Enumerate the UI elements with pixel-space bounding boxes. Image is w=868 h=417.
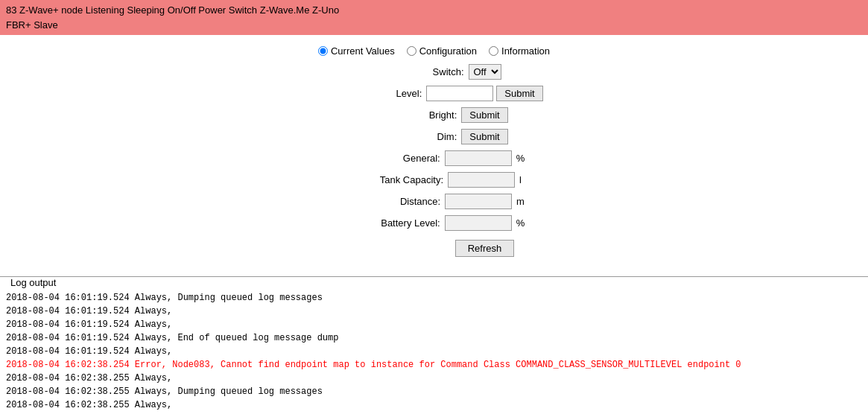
header-row1: 83 Z-Wave+ node Listening Sleeping On/Of… bbox=[6, 3, 862, 18]
level-input[interactable]: 0 bbox=[426, 86, 493, 101]
tab-configuration[interactable]: Configuration bbox=[407, 45, 477, 57]
tank-capacity-row: Tank Capacity: 2295 l bbox=[346, 171, 522, 188]
log-line: 2018-08-04 16:01:19.524 Always, bbox=[6, 305, 862, 318]
general-control: 64 % bbox=[445, 150, 525, 166]
log-line: 2018-08-04 16:01:19.524 Always, bbox=[6, 318, 862, 331]
tank-capacity-unit: l bbox=[519, 174, 522, 185]
log-line: 2018-08-04 16:01:19.524 Always, End of q… bbox=[6, 331, 862, 345]
log-line: 2018-08-04 16:01:19.524 Always, bbox=[6, 345, 862, 358]
tank-capacity-control: 2295 l bbox=[448, 172, 522, 188]
general-unit: % bbox=[516, 153, 525, 164]
level-row: Level: 0 Submit bbox=[325, 84, 542, 102]
battery-level-unit: % bbox=[516, 217, 525, 229]
tab-information-label: Information bbox=[501, 45, 550, 57]
level-control: 0 Submit bbox=[426, 86, 542, 101]
battery-level-row: Battery Level: 83 % bbox=[343, 214, 525, 232]
form-section: Switch: Off On Level: 0 Submit Bright: S… bbox=[0, 63, 868, 235]
header-row2: FBR+ Slave bbox=[6, 18, 862, 33]
bright-control: Submit bbox=[461, 107, 507, 123]
dim-row: Dim: Submit bbox=[360, 127, 507, 145]
battery-level-control: 83 % bbox=[445, 215, 525, 231]
switch-control: Off On bbox=[469, 64, 501, 80]
general-row: General: 64 % bbox=[343, 149, 525, 167]
bright-row: Bright: Submit bbox=[360, 106, 507, 124]
bright-submit-button[interactable]: Submit bbox=[461, 107, 507, 123]
switch-label: Switch: bbox=[367, 66, 464, 77]
dim-submit-button[interactable]: Submit bbox=[461, 129, 507, 144]
log-line: 2018-08-04 16:02:38.254 Error, Node083, … bbox=[6, 358, 862, 372]
header-bar: 83 Z-Wave+ node Listening Sleeping On/Of… bbox=[0, 0, 868, 35]
refresh-button[interactable]: Refresh bbox=[455, 240, 515, 257]
distance-row: Distance: 0.70 m bbox=[343, 192, 525, 210]
main-content: Current Values Configuration Information… bbox=[0, 35, 868, 264]
tab-current-values-label: Current Values bbox=[331, 45, 395, 57]
tab-configuration-label: Configuration bbox=[419, 45, 477, 57]
switch-select[interactable]: Off On bbox=[469, 64, 501, 80]
distance-input[interactable]: 0.70 bbox=[445, 194, 512, 209]
log-line: 2018-08-04 16:01:19.524 Always, Dumping … bbox=[6, 291, 862, 305]
battery-level-label: Battery Level: bbox=[343, 217, 440, 229]
tab-information[interactable]: Information bbox=[489, 45, 550, 57]
radio-current-values[interactable] bbox=[318, 46, 328, 56]
level-submit-button[interactable]: Submit bbox=[496, 86, 542, 101]
log-line: 2018-08-04 16:02:38.255 Always, bbox=[6, 372, 862, 385]
radio-tabs: Current Values Configuration Information bbox=[0, 45, 868, 57]
log-line: 2018-08-04 16:02:38.255 Always, bbox=[6, 398, 862, 412]
log-title: Log output bbox=[7, 277, 59, 288]
level-label: Level: bbox=[325, 88, 422, 99]
log-content: 2018-08-04 16:01:19.524 Always, Dumping … bbox=[3, 288, 865, 415]
tab-current-values[interactable]: Current Values bbox=[318, 45, 395, 57]
log-line: 2018-08-04 16:02:38.255 Always, Dumping … bbox=[6, 385, 862, 398]
refresh-row: Refresh bbox=[0, 240, 868, 257]
log-section: Log output 2018-08-04 16:01:19.524 Alway… bbox=[0, 276, 868, 415]
radio-configuration[interactable] bbox=[407, 46, 416, 56]
switch-row: Switch: Off On bbox=[367, 63, 501, 80]
general-label: General: bbox=[343, 153, 440, 164]
tank-capacity-label: Tank Capacity: bbox=[346, 174, 443, 185]
distance-control: 0.70 m bbox=[445, 194, 525, 209]
general-input[interactable]: 64 bbox=[445, 150, 512, 166]
distance-label: Distance: bbox=[343, 196, 440, 207]
dim-control: Submit bbox=[461, 129, 507, 144]
dim-label: Dim: bbox=[360, 131, 457, 142]
tank-capacity-input[interactable]: 2295 bbox=[448, 172, 515, 188]
bright-label: Bright: bbox=[360, 109, 457, 121]
battery-level-input[interactable]: 83 bbox=[445, 215, 512, 231]
distance-unit: m bbox=[516, 196, 525, 207]
radio-information[interactable] bbox=[489, 46, 498, 56]
